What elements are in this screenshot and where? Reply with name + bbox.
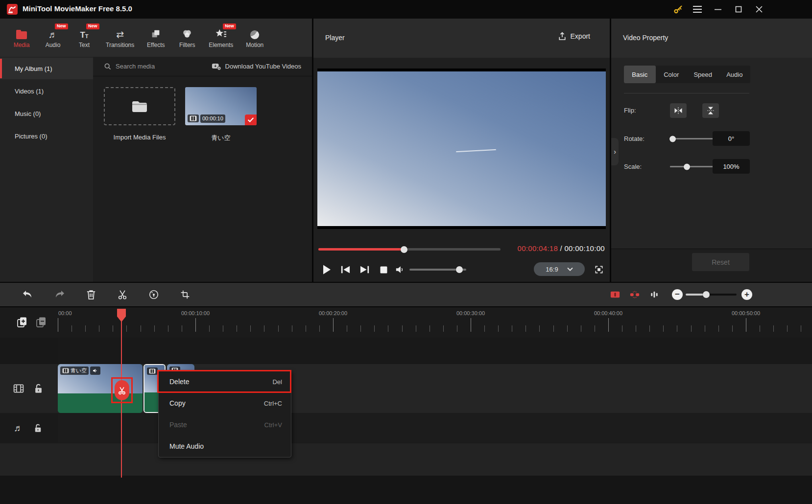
- add-track-icon[interactable]: [16, 316, 28, 329]
- volume-slider[interactable]: [409, 269, 466, 271]
- total-time: 00:00:10:00: [564, 244, 605, 252]
- next-frame-button[interactable]: [358, 263, 371, 276]
- reset-button[interactable]: Reset: [692, 253, 749, 271]
- scale-handle[interactable]: [684, 163, 690, 170]
- flip-horizontal-button[interactable]: [670, 103, 687, 118]
- chevron-down-icon: [567, 267, 573, 271]
- tab-audio[interactable]: Audio: [719, 66, 751, 83]
- volume-icon[interactable]: [394, 263, 406, 276]
- player-title: Player: [325, 34, 345, 42]
- previous-frame-button[interactable]: [339, 263, 352, 276]
- ruler-label: 00:00:50:00: [732, 310, 760, 316]
- tab-filters[interactable]: Filters: [177, 27, 197, 48]
- track-unlock-icon[interactable]: [34, 424, 42, 433]
- folder-icon: [131, 99, 148, 114]
- menu-item-copy[interactable]: Copy Ctrl+C: [159, 392, 291, 414]
- export-button[interactable]: Export: [558, 31, 590, 41]
- new-badge: New: [223, 23, 236, 29]
- scale-value[interactable]: 100%: [713, 159, 750, 174]
- undo-button[interactable]: [19, 283, 37, 306]
- music-track-icon: ♬: [14, 423, 23, 434]
- redo-button[interactable]: [50, 283, 68, 306]
- divider: [624, 93, 749, 93]
- app-title: MiniTool MovieMaker Free 8.5.0: [23, 4, 132, 13]
- menu-item-mute-audio[interactable]: Mute Audio: [159, 435, 291, 457]
- tab-elements[interactable]: New Elements: [209, 27, 233, 48]
- minimize-button[interactable]: [710, 2, 726, 17]
- tab-transitions[interactable]: ⇄ Transitions: [106, 27, 134, 48]
- fullscreen-button[interactable]: [593, 263, 605, 276]
- media-content-area: Search media Download YouTube Videos Imp…: [93, 57, 312, 282]
- search-media-input[interactable]: Search media: [104, 63, 155, 70]
- ruler-label: 00:00:40:00: [594, 310, 622, 316]
- aspect-ratio-select[interactable]: 16:9: [534, 262, 585, 276]
- collapse-panel-button[interactable]: ›: [611, 138, 619, 165]
- video-track-icon: [13, 384, 24, 393]
- edit-mode-icon[interactable]: [606, 283, 624, 306]
- media-clip-thumbnail[interactable]: 00:00:10: [185, 87, 257, 125]
- zoom-in-button[interactable]: +: [741, 289, 752, 300]
- crop-button[interactable]: [176, 283, 194, 306]
- sidebar-item-music[interactable]: Music (0): [0, 103, 93, 124]
- rotate-value[interactable]: 0°: [713, 131, 750, 146]
- license-key-icon[interactable]: [670, 2, 686, 17]
- new-badge: New: [86, 23, 99, 29]
- tab-color[interactable]: Color: [656, 66, 688, 83]
- import-media-dropzone[interactable]: [104, 87, 175, 125]
- media-library-panel: Media New ♬ Audio New TT Text ⇄ Transiti…: [0, 19, 312, 282]
- tab-effects[interactable]: Effects: [146, 27, 166, 48]
- clip-name-label: 青い空: [71, 367, 87, 374]
- flip-vertical-button[interactable]: [702, 103, 719, 118]
- tab-basic[interactable]: Basic: [624, 66, 656, 83]
- export-upload-icon: [558, 31, 567, 41]
- play-button[interactable]: [320, 263, 333, 276]
- download-youtube-button[interactable]: Download YouTube Videos: [212, 62, 301, 70]
- new-badge: New: [55, 23, 68, 29]
- rotate-handle[interactable]: [669, 136, 676, 142]
- top-navigation: Media New ♬ Audio New TT Text ⇄ Transiti…: [0, 19, 312, 57]
- zoom-handle[interactable]: [703, 291, 710, 298]
- tab-text[interactable]: New TT Text: [74, 27, 94, 48]
- split-scissors-button-clip[interactable]: [115, 380, 129, 400]
- tab-speed[interactable]: Speed: [687, 66, 719, 83]
- import-media-label: Import Media Files: [104, 134, 175, 141]
- tab-audio[interactable]: New ♬ Audio: [43, 27, 63, 48]
- album-sidebar: My Album (1) Videos (1) Music (0) Pictur…: [0, 57, 93, 282]
- timeline-toolbar: − +: [0, 283, 812, 306]
- volume-handle[interactable]: [456, 266, 463, 273]
- speed-button[interactable]: [145, 283, 163, 306]
- progress-handle[interactable]: [401, 246, 407, 253]
- ruler-ticks: [58, 318, 812, 332]
- timeline-area: 00:00 00:00:10:00 00:00:20:00 00:00:30:0…: [0, 307, 812, 504]
- timeline-zoom-slider[interactable]: [686, 294, 737, 296]
- close-button[interactable]: [751, 2, 767, 17]
- playback-progress-slider[interactable]: [318, 248, 501, 251]
- split-highlight-annotation: [111, 377, 133, 403]
- media-search-row: Search media Download YouTube Videos: [93, 57, 312, 76]
- sidebar-item-my-album[interactable]: My Album (1): [0, 58, 93, 79]
- contrail: [456, 149, 496, 152]
- menu-hamburger-icon[interactable]: [690, 2, 705, 17]
- time-display: 00:00:04:18 / 00:00:10:00: [518, 244, 605, 252]
- zoom-out-button[interactable]: −: [672, 289, 683, 300]
- sidebar-item-pictures[interactable]: Pictures (0): [0, 125, 93, 147]
- clip-context-menu: Delete Del Copy Ctrl+C Paste Ctrl+V Mute…: [158, 370, 291, 458]
- film-icon: [147, 367, 158, 375]
- stop-button[interactable]: [377, 263, 390, 276]
- remove-track-icon[interactable]: [35, 316, 47, 329]
- split-scissors-button[interactable]: [114, 283, 131, 306]
- flip-label: Flip:: [624, 107, 636, 114]
- menu-item-delete[interactable]: Delete Del: [159, 371, 291, 392]
- time-separator: /: [558, 244, 564, 252]
- media-folder-icon: [16, 27, 27, 39]
- track-unlock-icon[interactable]: [34, 384, 43, 393]
- split-mode-icon[interactable]: [626, 283, 644, 306]
- tab-motion[interactable]: Motion: [245, 27, 264, 48]
- tab-media[interactable]: Media: [12, 27, 31, 48]
- ruler-label: 00:00: [58, 310, 72, 316]
- delete-button[interactable]: [82, 283, 100, 306]
- sidebar-item-videos[interactable]: Videos (1): [0, 80, 93, 102]
- menu-item-paste: Paste Ctrl+V: [159, 414, 291, 435]
- maximize-button[interactable]: [731, 2, 746, 17]
- waveform-icon[interactable]: [645, 283, 663, 306]
